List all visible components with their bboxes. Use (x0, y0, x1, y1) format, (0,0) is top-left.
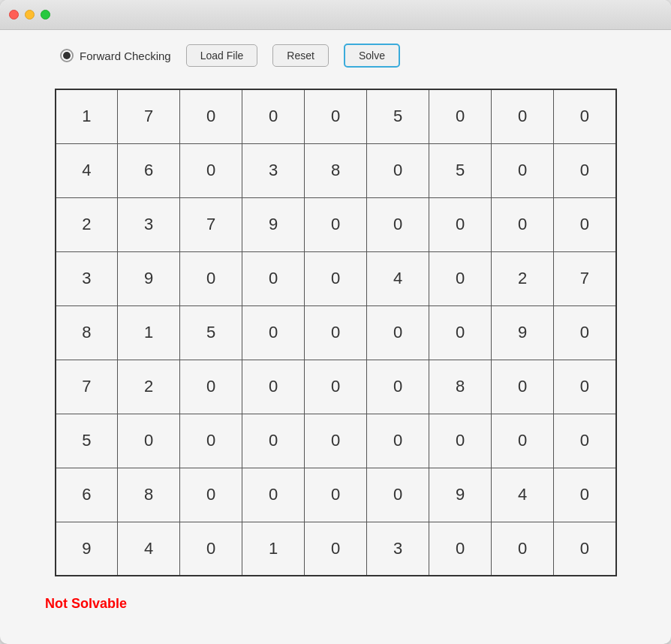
cell-5-5[interactable]: 0 (367, 360, 429, 414)
cell-1-7[interactable]: 0 (492, 143, 554, 197)
toolbar: Forward Checking Load File Reset Solve (0, 30, 671, 81)
cell-6-4[interactable]: 0 (305, 414, 367, 468)
table-row: 390004027 (56, 251, 616, 305)
cell-0-4[interactable]: 0 (305, 89, 367, 143)
cell-5-4[interactable]: 0 (305, 360, 367, 414)
cell-7-3[interactable]: 0 (242, 468, 305, 522)
cell-4-8[interactable]: 0 (554, 305, 616, 360)
cell-3-7[interactable]: 2 (492, 251, 554, 305)
cell-8-7[interactable]: 0 (492, 522, 554, 576)
cell-4-2[interactable]: 5 (180, 305, 242, 360)
cell-7-6[interactable]: 9 (429, 468, 492, 522)
cell-8-2[interactable]: 0 (180, 522, 242, 576)
cell-4-4[interactable]: 0 (305, 305, 367, 360)
status-text: Not Solvable (45, 596, 127, 611)
cell-0-8[interactable]: 0 (554, 89, 616, 143)
cell-8-1[interactable]: 4 (118, 522, 180, 576)
cell-2-5[interactable]: 0 (367, 197, 429, 251)
cell-4-7[interactable]: 9 (492, 305, 554, 360)
cell-6-7[interactable]: 0 (492, 414, 554, 468)
cell-4-6[interactable]: 0 (429, 305, 492, 360)
cell-2-6[interactable]: 0 (429, 197, 492, 251)
cell-6-1[interactable]: 0 (118, 414, 180, 468)
cell-8-8[interactable]: 0 (554, 522, 616, 576)
cell-5-8[interactable]: 0 (554, 360, 616, 414)
cell-5-3[interactable]: 0 (242, 360, 305, 414)
table-row: 500000000 (56, 414, 616, 468)
forward-checking-radio[interactable]: Forward Checking (60, 49, 171, 62)
cell-5-1[interactable]: 2 (118, 360, 180, 414)
cell-1-8[interactable]: 0 (554, 143, 616, 197)
cell-2-0[interactable]: 2 (56, 197, 118, 251)
cell-3-1[interactable]: 9 (118, 251, 180, 305)
cell-0-1[interactable]: 7 (118, 89, 180, 143)
cell-7-8[interactable]: 0 (554, 468, 616, 522)
app-window: Forward Checking Load File Reset Solve 1… (0, 0, 671, 644)
cell-4-3[interactable]: 0 (242, 305, 305, 360)
cell-3-0[interactable]: 3 (56, 251, 118, 305)
cell-6-3[interactable]: 0 (242, 414, 305, 468)
minimize-button[interactable] (25, 10, 35, 20)
cell-7-5[interactable]: 0 (367, 468, 429, 522)
cell-7-1[interactable]: 8 (118, 468, 180, 522)
cell-1-0[interactable]: 4 (56, 143, 118, 197)
table-row: 237900000 (56, 197, 616, 251)
cell-0-0[interactable]: 1 (56, 89, 118, 143)
cell-6-5[interactable]: 0 (367, 414, 429, 468)
reset-button[interactable]: Reset (272, 44, 329, 67)
cell-1-2[interactable]: 0 (180, 143, 242, 197)
cell-0-2[interactable]: 0 (180, 89, 242, 143)
cell-3-2[interactable]: 0 (180, 251, 242, 305)
cell-7-7[interactable]: 4 (492, 468, 554, 522)
close-button[interactable] (9, 10, 19, 20)
cell-5-7[interactable]: 0 (492, 360, 554, 414)
cell-5-6[interactable]: 8 (429, 360, 492, 414)
cell-3-6[interactable]: 0 (429, 251, 492, 305)
grid-container: 1700050004603805002379000003900040278150… (0, 81, 671, 584)
cell-4-0[interactable]: 8 (56, 305, 118, 360)
cell-6-6[interactable]: 0 (429, 414, 492, 468)
cell-2-8[interactable]: 0 (554, 197, 616, 251)
cell-2-4[interactable]: 0 (305, 197, 367, 251)
load-file-button[interactable]: Load File (186, 44, 258, 67)
table-row: 460380500 (56, 143, 616, 197)
cell-2-1[interactable]: 3 (118, 197, 180, 251)
cell-7-0[interactable]: 6 (56, 468, 118, 522)
cell-6-8[interactable]: 0 (554, 414, 616, 468)
solve-button[interactable]: Solve (344, 44, 400, 68)
cell-0-6[interactable]: 0 (429, 89, 492, 143)
cell-2-2[interactable]: 7 (180, 197, 242, 251)
cell-2-7[interactable]: 0 (492, 197, 554, 251)
cell-8-4[interactable]: 0 (305, 522, 367, 576)
cell-5-2[interactable]: 0 (180, 360, 242, 414)
cell-4-1[interactable]: 1 (118, 305, 180, 360)
cell-8-6[interactable]: 0 (429, 522, 492, 576)
cell-1-6[interactable]: 5 (429, 143, 492, 197)
table-row: 940103000 (56, 522, 616, 576)
radio-circle (60, 49, 74, 62)
cell-8-5[interactable]: 3 (367, 522, 429, 576)
cell-4-5[interactable]: 0 (367, 305, 429, 360)
cell-1-1[interactable]: 6 (118, 143, 180, 197)
cell-2-3[interactable]: 9 (242, 197, 305, 251)
cell-0-5[interactable]: 5 (367, 89, 429, 143)
cell-0-7[interactable]: 0 (492, 89, 554, 143)
cell-5-0[interactable]: 7 (56, 360, 118, 414)
cell-1-4[interactable]: 8 (305, 143, 367, 197)
cell-1-3[interactable]: 3 (242, 143, 305, 197)
cell-7-2[interactable]: 0 (180, 468, 242, 522)
radio-inner (63, 52, 71, 59)
title-bar (0, 0, 671, 30)
maximize-button[interactable] (41, 10, 50, 20)
cell-8-0[interactable]: 9 (56, 522, 118, 576)
cell-8-3[interactable]: 1 (242, 522, 305, 576)
cell-6-2[interactable]: 0 (180, 414, 242, 468)
cell-3-8[interactable]: 7 (554, 251, 616, 305)
cell-0-3[interactable]: 0 (242, 89, 305, 143)
cell-3-3[interactable]: 0 (242, 251, 305, 305)
cell-3-5[interactable]: 4 (367, 251, 429, 305)
cell-3-4[interactable]: 0 (305, 251, 367, 305)
cell-7-4[interactable]: 0 (305, 468, 367, 522)
cell-6-0[interactable]: 5 (56, 414, 118, 468)
cell-1-5[interactable]: 0 (367, 143, 429, 197)
